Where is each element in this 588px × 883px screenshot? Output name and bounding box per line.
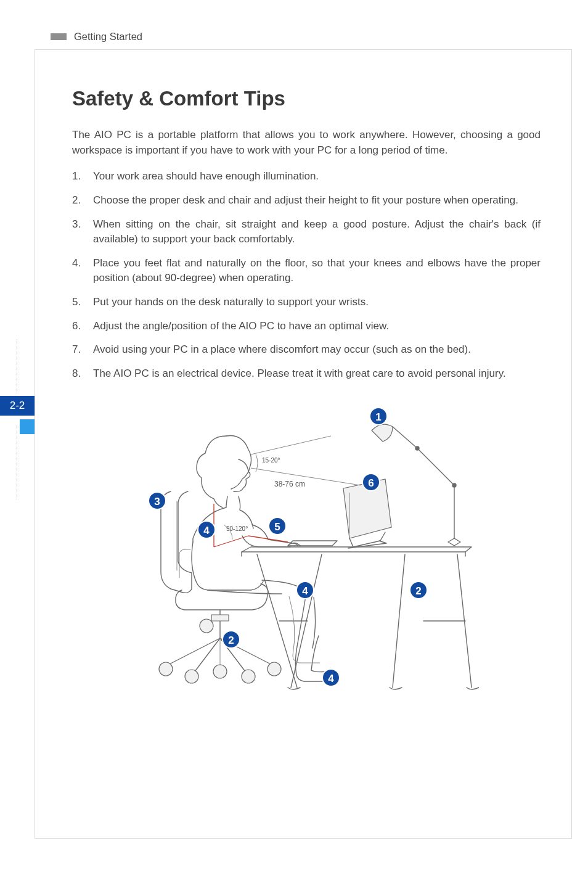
- svg-line-2: [393, 427, 417, 448]
- ergonomics-illustration: 15-20° 38-76 cm 90-120° 163544224: [134, 393, 479, 701]
- svg-point-20: [267, 662, 281, 676]
- svg-line-11: [214, 536, 248, 547]
- callout-number: 6: [368, 477, 374, 488]
- svg-point-3: [415, 446, 419, 450]
- list-item: When sitting on the chair, sit straight …: [72, 217, 541, 247]
- list-item: Put your hands on the desk naturally to …: [72, 295, 541, 310]
- section-label: Getting Started: [74, 31, 142, 43]
- callout-number: 1: [375, 411, 381, 422]
- callout-number: 3: [154, 495, 160, 507]
- list-item: Your work area should have enough illumi…: [72, 169, 541, 184]
- svg-point-16: [159, 662, 173, 676]
- callout-number: 2: [415, 585, 421, 596]
- header-accent-bar: [51, 33, 67, 40]
- sidebar-accent-square: [20, 419, 35, 434]
- content: Safety & Comfort Tips The AIO PC is a po…: [35, 50, 571, 726]
- callout-number: 5: [274, 520, 280, 532]
- list-item: Choose the proper desk and chair and adj…: [72, 193, 541, 208]
- svg-line-22: [251, 468, 361, 485]
- sidebar: 2-2: [0, 339, 35, 524]
- list-item: Adjust the angle/position of the AIO PC …: [72, 319, 541, 334]
- page: Getting Started 2-2 Safety & Comfort Tip…: [0, 0, 588, 883]
- svg-point-17: [185, 670, 198, 683]
- svg-point-4: [452, 483, 456, 487]
- list-item: Place you feet flat and naturally on the…: [72, 256, 541, 286]
- callout-number: 4: [302, 585, 308, 596]
- svg-point-19: [242, 670, 255, 683]
- callout-number: 4: [203, 524, 210, 536]
- svg-line-1: [417, 448, 454, 485]
- chair-icon: [159, 491, 281, 683]
- svg-line-12: [248, 536, 288, 542]
- list-item: The AIO PC is an electrical device. Plea…: [72, 366, 541, 382]
- page-title: Safety & Comfort Tips: [72, 87, 541, 110]
- svg-rect-15: [211, 615, 229, 621]
- callout-number: 4: [328, 672, 334, 684]
- svg-point-18: [213, 665, 227, 678]
- tilt-angle-label: 15-20°: [262, 457, 280, 464]
- eye-distance-label: 38-76 cm: [274, 480, 305, 488]
- list-item: Avoid using your PC in a place where dis…: [72, 342, 541, 358]
- person-icon: [192, 435, 331, 681]
- svg-point-21: [200, 619, 213, 633]
- sidebar-dots-top: [17, 339, 17, 393]
- page-number-badge: 2-2: [0, 396, 35, 416]
- ergonomics-figure: 15-20° 38-76 cm 90-120° 163544224: [72, 393, 541, 701]
- callout-number: 2: [228, 634, 234, 646]
- intro-paragraph: The AIO PC is a portable platform that a…: [72, 128, 541, 158]
- header: Getting Started: [51, 31, 142, 43]
- tips-list: Your work area should have enough illumi…: [72, 169, 541, 381]
- svg-line-23: [251, 436, 331, 454]
- sidebar-dots-bottom: [17, 425, 17, 499]
- elbow-angle-label: 90-120°: [226, 525, 248, 532]
- content-frame: Safety & Comfort Tips The AIO PC is a po…: [35, 49, 572, 839]
